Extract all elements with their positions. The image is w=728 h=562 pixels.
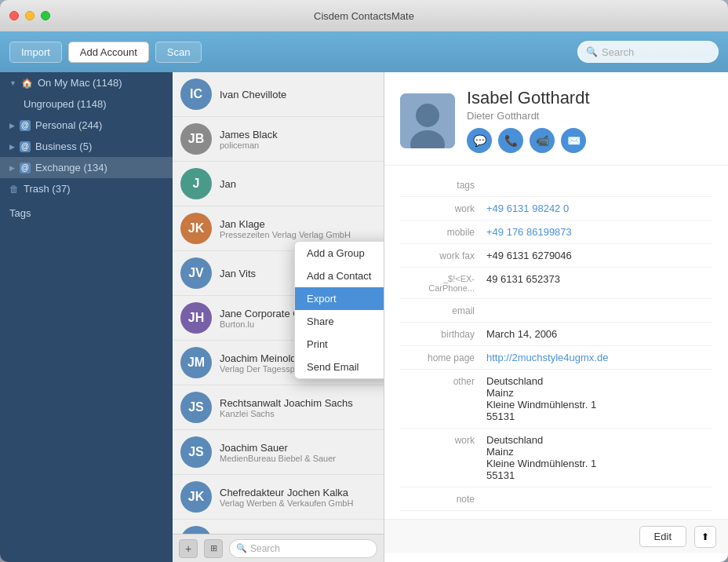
contact-name: Ivan Chevillote: [220, 89, 376, 100]
context-menu-share[interactable]: Share ▶: [295, 310, 384, 333]
contact-info: Joachim Sauer MedienBureau Biebel & Saue…: [220, 442, 376, 463]
main-area: ▼ 🏠 On My Mac (1148) Ungrouped (1148) ▶ …: [0, 72, 728, 562]
field-value-work-addr: DeutschlandMainzKleine Windmühlenstr. 15…: [486, 434, 712, 481]
field-value-work[interactable]: +49 6131 98242 0: [486, 203, 712, 214]
context-menu-add-group[interactable]: Add a Group: [295, 242, 384, 265]
detail-avatar: [400, 93, 455, 148]
field-value-homepage[interactable]: http://2muchstyle4ugmx.de: [486, 352, 712, 363]
export-label: Export: [307, 293, 337, 305]
contact-info: Jan: [220, 178, 376, 190]
field-label-other: other: [400, 375, 486, 387]
sidebar-label-ungrouped: Ungrouped (1148): [24, 98, 107, 110]
import-button[interactable]: Import: [9, 42, 62, 63]
contact-info: Jan Klage Pressezeiten Verlag Verlag Gmb…: [220, 218, 376, 239]
sidebar-item-business[interactable]: ▶ @ Business (5): [0, 136, 173, 157]
email-icon: ✉️: [567, 134, 581, 147]
avatar: JB: [180, 123, 212, 155]
close-button[interactable]: [9, 11, 19, 20]
field-label-birthday: birthday: [400, 328, 486, 340]
list-item[interactable]: JS Rechtsanwalt Joachim Sachs Kanzlei Sa…: [173, 385, 384, 430]
contact-list: IC Ivan Chevillote JB James Black police…: [173, 72, 384, 562]
list-item[interactable]: IC Ivan Chevillote: [173, 72, 384, 117]
context-menu-send-email[interactable]: Send Email: [295, 356, 384, 378]
avatar: JM: [180, 347, 212, 378]
sidebar-item-personal[interactable]: ▶ @ Personal (244): [0, 115, 173, 136]
add-group-label: Add a Group: [307, 247, 365, 259]
sidebar-item-on-my-mac[interactable]: ▼ 🏠 On My Mac (1148): [0, 72, 173, 93]
maximize-button[interactable]: [41, 11, 50, 20]
share-label: Share: [307, 316, 334, 327]
toolbar: Import Add Account Scan 🔍 Search: [0, 31, 728, 72]
home-icon: 🏠: [21, 78, 33, 89]
search-bar[interactable]: 🔍 Search: [577, 41, 719, 63]
expand-icon-exchange: ▶: [9, 164, 15, 172]
at-icon-personal: @: [20, 120, 31, 131]
context-menu-add-contact[interactable]: Add a Contact: [295, 265, 384, 287]
sidebar: ▼ 🏠 On My Mac (1148) Ungrouped (1148) ▶ …: [0, 72, 173, 562]
edit-button[interactable]: Edit: [639, 526, 686, 547]
call-button[interactable]: 📞: [498, 128, 523, 153]
list-footer: + ⊞ 🔍 Search: [173, 534, 384, 562]
field-value-other: DeutschlandMainzKleine Windmühlenstr. 15…: [486, 375, 712, 422]
at-icon-exchange: @: [20, 162, 31, 173]
list-item[interactable]: JS Joachim Sauer MedienBureau Biebel & S…: [173, 430, 384, 475]
context-menu-print[interactable]: Print ▶: [295, 333, 384, 356]
at-icon-business: @: [20, 141, 31, 152]
add-account-button[interactable]: Add Account: [68, 42, 149, 63]
list-format-button[interactable]: ⊞: [204, 539, 223, 558]
list-item[interactable]: J Jan: [173, 162, 384, 206]
contact-subtitle: policeman: [220, 140, 376, 150]
detail-name: Isabel Gotthardt: [467, 88, 590, 108]
contact-subtitle: Verlag Werben & Verkaufen GmbH: [220, 498, 376, 508]
field-row-work-phone: work +49 6131 98242 0: [400, 197, 712, 221]
minimize-button[interactable]: [25, 11, 35, 20]
list-search-icon: 🔍: [236, 543, 247, 553]
svg-point-1: [416, 104, 439, 127]
list-item[interactable]: JK Chefredakteur Jochen Kalka Verlag Wer…: [173, 475, 384, 520]
sidebar-item-exchange[interactable]: ▶ @ Exchange (134): [0, 157, 173, 178]
share-icon: ⬆: [701, 531, 709, 542]
field-row-carphone: _$!<EX-CarPhone... 49 6131 652373: [400, 268, 712, 299]
avatar: JS: [180, 436, 212, 468]
avatar-image: [400, 93, 455, 148]
video-button[interactable]: 📹: [530, 128, 555, 153]
print-label: Print: [307, 338, 328, 350]
scan-button[interactable]: Scan: [155, 42, 202, 63]
expand-icon-business: ▶: [9, 143, 15, 151]
add-contact-button[interactable]: +: [179, 539, 198, 558]
detail-subtitle: Dieter Gotthardt: [467, 110, 590, 122]
sidebar-label-trash: Trash (37): [24, 183, 70, 195]
trash-icon: 🗑: [9, 184, 19, 195]
field-label-tags: tags: [400, 179, 486, 191]
field-label-homepage: home page: [400, 352, 486, 363]
list-item[interactable]: JB James Black policeman: [173, 117, 384, 162]
sidebar-item-ungrouped[interactable]: Ungrouped (1148): [0, 93, 173, 115]
field-label-mobile: mobile: [400, 226, 486, 238]
avatar: JH: [180, 302, 212, 334]
message-button[interactable]: 💬: [467, 128, 492, 153]
traffic-lights: [9, 11, 50, 20]
message-icon: 💬: [473, 134, 486, 147]
contact-subtitle: Pressezeiten Verlag Verlag GmbH: [220, 230, 376, 239]
contact-name: Jan: [220, 178, 376, 190]
app-window: Cisdem ContactsMate Import Add Account S…: [0, 0, 728, 562]
detail-footer: Edit ⬆: [384, 519, 728, 553]
share-button[interactable]: ⬆: [694, 526, 716, 548]
email-button[interactable]: ✉️: [561, 128, 586, 153]
field-value-mobile[interactable]: +49 176 86199873: [486, 226, 712, 238]
contact-name: Chefredakteur Jochen Kalka: [220, 487, 376, 498]
avatar: JK: [180, 481, 212, 513]
expand-icon-personal: ▶: [9, 122, 15, 130]
context-menu-export[interactable]: Export: [295, 287, 384, 310]
add-contact-label: Add a Contact: [307, 270, 371, 282]
field-row-mobile: mobile +49 176 86199873: [400, 221, 712, 244]
search-icon: 🔍: [586, 46, 598, 57]
contact-name: Joachim Sauer: [220, 442, 376, 454]
field-row-email: email: [400, 299, 712, 323]
contact-info: Ivan Chevillote: [220, 89, 376, 100]
sidebar-item-trash[interactable]: 🗑 Trash (37): [0, 178, 173, 199]
list-search[interactable]: 🔍 Search: [229, 539, 377, 558]
list-search-placeholder: Search: [250, 543, 280, 554]
field-label-work: work: [400, 203, 486, 214]
detail-panel: Isabel Gotthardt Dieter Gotthardt 💬 📞 📹: [384, 72, 728, 562]
